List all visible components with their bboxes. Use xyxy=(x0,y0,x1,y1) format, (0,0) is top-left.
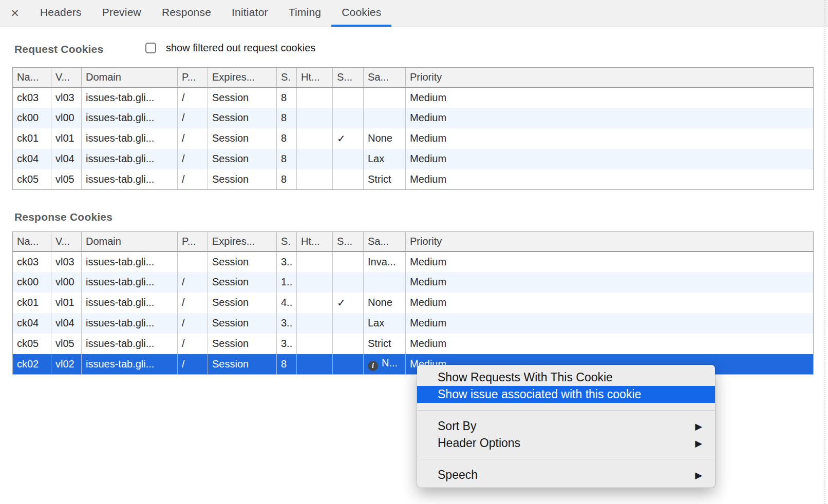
column-header-path[interactable]: P... xyxy=(178,232,208,251)
cell-path: / xyxy=(178,108,208,128)
column-header-priority[interactable]: Priority xyxy=(406,68,814,87)
cell-path: / xyxy=(178,149,208,169)
response-cookies-table: Na...V...DomainP...Expires...S.Ht...S...… xyxy=(12,231,814,375)
cookie-row-ck04[interactable]: ck04vl04issues-tab.gli.../Session3..LaxM… xyxy=(13,313,814,334)
cell-secure xyxy=(333,334,364,354)
column-header-secure[interactable]: S... xyxy=(333,232,364,251)
cell-domain: issues-tab.gli... xyxy=(82,87,178,108)
column-header-secure[interactable]: S... xyxy=(333,68,364,87)
column-header-domain[interactable]: Domain xyxy=(82,232,178,251)
cell-secure xyxy=(333,149,364,169)
column-header-value[interactable]: V... xyxy=(51,232,82,251)
cell-path: / xyxy=(178,293,208,313)
cell-priority: Medium xyxy=(406,272,814,293)
cell-size: 8 xyxy=(277,128,297,149)
cookie-row-ck00[interactable]: ck00vl00issues-tab.gli.../Session1..Medi… xyxy=(13,272,814,293)
cookie-row-ck05[interactable]: ck05vl05issues-tab.gli.../Session8Strict… xyxy=(13,169,814,190)
filter-checkbox-row[interactable]: show filtered out request cookies xyxy=(145,42,315,54)
cell-name: ck05 xyxy=(13,334,51,354)
column-header-path[interactable]: P... xyxy=(178,68,208,87)
cell-size: 4.. xyxy=(277,293,297,313)
column-header-samesite[interactable]: Sa... xyxy=(364,232,406,251)
menu-item-label: Show issue associated with this cookie xyxy=(438,387,641,401)
cell-name: ck02 xyxy=(13,354,51,375)
column-header-name[interactable]: Na... xyxy=(13,68,51,87)
cookie-row-ck00[interactable]: ck00vl00issues-tab.gli.../Session8Medium xyxy=(13,108,814,128)
filter-checkbox-label: show filtered out request cookies xyxy=(166,42,315,54)
column-header-httponly[interactable]: Ht... xyxy=(297,68,333,87)
cell-expires: Session xyxy=(208,128,277,149)
menu-item-header-options[interactable]: Header Options▶ xyxy=(417,435,715,452)
cell-secure xyxy=(333,354,364,375)
cell-samesite xyxy=(364,272,406,293)
cell-path: / xyxy=(178,334,208,354)
cookie-row-ck05[interactable]: ck05vl05issues-tab.gli.../Session3..Stri… xyxy=(13,334,814,354)
cell-size: 8 xyxy=(277,169,297,190)
cell-httponly xyxy=(297,169,333,190)
column-header-size[interactable]: S. xyxy=(277,232,297,251)
menu-item-speech[interactable]: Speech▶ xyxy=(417,467,715,483)
cookie-row-ck01[interactable]: ck01vl01issues-tab.gli.../Session8✓NoneM… xyxy=(13,128,814,149)
cell-name: ck01 xyxy=(13,128,51,149)
cell-name: ck03 xyxy=(13,87,51,108)
cell-name: ck05 xyxy=(13,169,51,190)
cookie-row-ck03[interactable]: ck03vl03issues-tab.gli.../Session8Medium xyxy=(13,87,814,108)
response-cookies-title: Response Cookies xyxy=(14,211,112,223)
request-cookies-section-head: Request Cookies show filtered out reques… xyxy=(0,43,828,56)
cell-priority: Medium xyxy=(406,128,814,149)
info-icon: i xyxy=(368,361,378,371)
menu-item-sort-by[interactable]: Sort By▶ xyxy=(417,418,715,435)
cell-samesite: Lax xyxy=(364,149,406,169)
cell-domain: issues-tab.gli... xyxy=(82,313,178,334)
cell-expires: Session xyxy=(208,354,277,375)
cell-name: ck04 xyxy=(13,149,51,169)
cell-expires: Session xyxy=(208,108,277,128)
tab-response[interactable]: Response xyxy=(152,0,221,27)
submenu-arrow-icon: ▶ xyxy=(695,471,702,480)
cookie-row-ck01[interactable]: ck01vl01issues-tab.gli.../Session4..✓Non… xyxy=(13,293,814,313)
tab-preview[interactable]: Preview xyxy=(92,0,152,27)
cell-priority: Medium xyxy=(406,334,814,354)
cell-httponly xyxy=(297,251,333,272)
cell-domain: issues-tab.gli... xyxy=(82,272,178,293)
column-header-expires[interactable]: Expires... xyxy=(208,232,277,251)
tab-headers[interactable]: Headers xyxy=(30,0,92,27)
submenu-arrow-icon: ▶ xyxy=(695,439,702,448)
cookie-row-ck04[interactable]: ck04vl04issues-tab.gli.../Session8LaxMed… xyxy=(13,149,814,169)
tab-bar: ✕ HeadersPreviewResponseInitiatorTimingC… xyxy=(0,0,828,27)
cell-domain: issues-tab.gli... xyxy=(82,169,178,190)
column-header-expires[interactable]: Expires... xyxy=(208,68,277,87)
menu-item-show-issue-associated-with-this-cookie[interactable]: Show issue associated with this cookie xyxy=(417,386,715,403)
tab-bar-tabs: HeadersPreviewResponseInitiatorTimingCoo… xyxy=(30,0,391,27)
column-header-value[interactable]: V... xyxy=(51,68,82,87)
pane-edge-line xyxy=(824,0,825,504)
menu-item-label: Show Requests With This Cookie xyxy=(438,371,613,384)
cell-secure xyxy=(333,272,364,293)
cell-expires: Session xyxy=(208,169,277,190)
filter-checkbox[interactable] xyxy=(145,43,156,53)
cell-httponly xyxy=(297,354,333,375)
cell-expires: Session xyxy=(208,87,277,108)
column-header-priority[interactable]: Priority xyxy=(406,232,814,251)
tab-initiator[interactable]: Initiator xyxy=(221,0,278,27)
column-header-samesite[interactable]: Sa... xyxy=(364,68,406,87)
cookie-row-ck03[interactable]: ck03vl03issues-tab.gli...Session3..Inva.… xyxy=(13,251,814,272)
cell-samesite: Strict xyxy=(364,169,406,190)
cell-domain: issues-tab.gli... xyxy=(82,293,178,313)
cell-httponly xyxy=(297,334,333,354)
cell-size: 8 xyxy=(277,149,297,169)
close-icon[interactable]: ✕ xyxy=(6,0,24,27)
menu-item-show-requests-with-this-cookie[interactable]: Show Requests With This Cookie xyxy=(417,369,715,386)
tab-cookies[interactable]: Cookies xyxy=(331,0,391,27)
cell-path: / xyxy=(178,313,208,334)
tab-timing[interactable]: Timing xyxy=(278,0,331,27)
column-header-name[interactable]: Na... xyxy=(13,232,51,251)
column-header-size[interactable]: S. xyxy=(277,68,297,87)
column-header-domain[interactable]: Domain xyxy=(82,68,178,87)
cell-value: vl01 xyxy=(51,128,82,149)
column-header-httponly[interactable]: Ht... xyxy=(297,232,333,251)
menu-separator xyxy=(417,410,715,411)
cell-expires: Session xyxy=(208,272,277,293)
response-cookies-section-head: Response Cookies xyxy=(0,211,828,224)
cell-samesite xyxy=(364,87,406,108)
